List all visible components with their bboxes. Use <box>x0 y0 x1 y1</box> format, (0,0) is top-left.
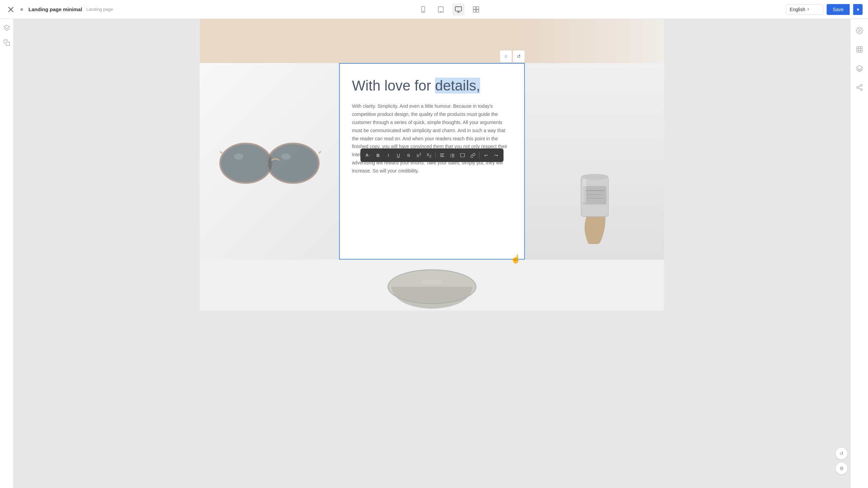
svg-point-39 <box>450 157 451 157</box>
left-sidebar <box>0 19 14 488</box>
share-icon[interactable] <box>855 83 864 92</box>
svg-point-21 <box>860 84 862 86</box>
right-image-column <box>525 63 664 260</box>
settings-icon[interactable] <box>855 26 864 35</box>
block-star-button[interactable]: ☆ <box>500 50 512 62</box>
chevron-down-icon: ▾ <box>807 7 809 12</box>
redo-button[interactable]: ↪ <box>491 150 501 160</box>
subscript-button[interactable]: X2 <box>424 150 434 160</box>
page-subtitle: Landing page <box>86 7 113 12</box>
italic-button[interactable]: I <box>383 150 393 160</box>
svg-marker-12 <box>4 25 9 29</box>
content-body-text[interactable]: With clarity. Simplicity. And even a lit… <box>352 102 512 175</box>
underline-button[interactable]: U <box>394 150 403 160</box>
svg-rect-10 <box>473 9 475 12</box>
duplicate-icon[interactable] <box>2 38 12 47</box>
close-button[interactable] <box>5 4 16 15</box>
frame-icon[interactable] <box>855 45 864 54</box>
undo-history-button[interactable]: ↺ <box>835 447 848 460</box>
strikethrough-button[interactable]: S <box>404 150 413 160</box>
star-icon: ☆ <box>504 54 508 59</box>
bold-button[interactable]: B <box>373 150 383 160</box>
topbar-left: Landing page minimal Landing page <box>5 4 113 15</box>
svg-point-31 <box>281 154 291 160</box>
canvas-area: ☆ ↺ A− B I U S X2 X2 <box>14 19 850 488</box>
svg-point-5 <box>440 11 441 12</box>
svg-point-14 <box>859 29 861 32</box>
device-list-button[interactable] <box>470 3 482 16</box>
toolbar-divider-1 <box>435 152 436 159</box>
page-title: Landing page minimal <box>28 6 82 12</box>
svg-point-30 <box>234 154 243 160</box>
page-settings-icon: ⚙ <box>840 466 844 471</box>
hero-section <box>200 19 664 63</box>
topbar: Landing page minimal Landing page Englis… <box>0 0 868 19</box>
svg-rect-9 <box>476 6 479 9</box>
align-button[interactable] <box>437 150 447 160</box>
block-quote-button[interactable] <box>458 150 467 160</box>
svg-marker-20 <box>856 65 862 69</box>
cup-image <box>525 63 664 260</box>
svg-rect-15 <box>856 47 862 53</box>
svg-point-23 <box>860 89 862 91</box>
svg-rect-6 <box>455 6 461 11</box>
link-button[interactable] <box>468 150 477 160</box>
svg-point-22 <box>856 86 859 88</box>
svg-point-3 <box>423 11 423 12</box>
save-label: Save <box>833 7 844 12</box>
svg-rect-13 <box>6 42 9 46</box>
page-content: ☆ ↺ A− B I U S X2 X2 <box>200 19 664 310</box>
text-block-column[interactable]: ☆ ↺ A− B I U S X2 X2 <box>339 63 525 260</box>
svg-line-24 <box>858 88 860 89</box>
language-label: English <box>790 7 805 12</box>
toolbar-divider-2 <box>479 152 479 159</box>
sunglasses-svg <box>210 126 329 197</box>
svg-rect-48 <box>583 179 586 203</box>
svg-point-37 <box>450 155 451 156</box>
layers-stack-icon[interactable] <box>855 64 864 73</box>
svg-rect-11 <box>476 9 479 12</box>
device-tablet-button[interactable] <box>435 3 447 16</box>
save-arrow-icon: ▾ <box>857 7 859 12</box>
device-switcher <box>417 3 482 16</box>
svg-point-35 <box>450 154 451 155</box>
device-desktop-button[interactable] <box>452 3 465 16</box>
sunglasses-image <box>200 63 339 260</box>
list-button[interactable] <box>448 150 457 160</box>
svg-line-29 <box>319 151 321 154</box>
bottom-section <box>200 260 664 310</box>
right-sidebar <box>850 19 868 488</box>
svg-point-26 <box>220 144 271 183</box>
refresh-icon: ↺ <box>517 54 521 59</box>
superscript-button[interactable]: X2 <box>414 150 423 160</box>
device-mobile-button[interactable] <box>417 3 429 16</box>
cup-svg <box>564 131 625 260</box>
bottom-right-controls: ↺ ⚙ <box>835 447 848 474</box>
svg-point-27 <box>268 144 319 183</box>
heading-pre-text: With love for <box>352 78 435 94</box>
language-selector[interactable]: English ▾ <box>786 4 823 15</box>
font-size-button[interactable]: A− <box>363 150 373 160</box>
block-refresh-button[interactable]: ↺ <box>513 50 525 62</box>
svg-rect-8 <box>473 6 475 9</box>
svg-rect-41 <box>460 154 465 157</box>
topbar-right: English ▾ Save ▾ <box>786 4 863 15</box>
svg-line-25 <box>858 86 860 87</box>
page-settings-button[interactable]: ⚙ <box>835 462 848 474</box>
svg-rect-51 <box>422 280 442 284</box>
svg-rect-44 <box>583 186 606 204</box>
three-column-section: ☆ ↺ A− B I U S X2 X2 <box>200 63 664 260</box>
layers-icon[interactable] <box>2 23 12 33</box>
undo-button[interactable]: ↩ <box>481 150 491 160</box>
svg-line-28 <box>220 151 222 154</box>
bowl-svg <box>381 260 483 310</box>
heading-highlight-text: details, <box>435 78 480 94</box>
content-heading[interactable]: With love for details, ☝ <box>352 77 512 94</box>
undo-history-icon: ↺ <box>840 451 844 456</box>
save-button[interactable]: Save <box>827 4 850 15</box>
save-dropdown-button[interactable]: ▾ <box>853 4 863 15</box>
left-image-column <box>200 63 339 260</box>
format-toolbar: A− B I U S X2 X2 <box>360 148 504 162</box>
status-dot <box>20 8 23 11</box>
block-controls: ☆ ↺ <box>500 50 525 62</box>
